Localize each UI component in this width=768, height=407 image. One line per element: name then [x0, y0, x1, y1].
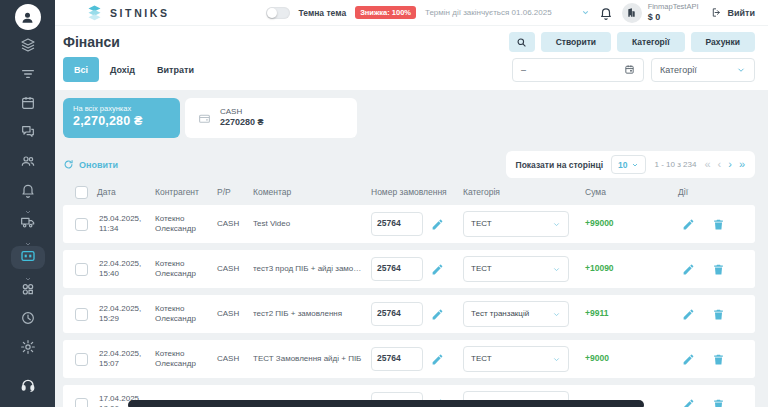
sidebar-item-integrations[interactable]: [11, 281, 45, 301]
edit-row-button[interactable]: [682, 398, 695, 407]
sidebar-item-calendar[interactable]: [11, 95, 45, 115]
create-button[interactable]: Створити: [541, 32, 611, 52]
row-account: CASH: [217, 309, 253, 319]
pencil-icon: [431, 218, 444, 231]
pencil-icon: [682, 308, 695, 321]
sitniks-logo-icon: [86, 4, 103, 21]
pagination-last-icon[interactable]: »: [739, 159, 745, 170]
chevron-down-icon: [552, 220, 561, 229]
page-title: Фінанси: [63, 34, 120, 50]
category-select[interactable]: ТЕСТ: [463, 346, 569, 372]
edit-row-button[interactable]: [682, 353, 695, 366]
row-date: 25.04.2025,11:34: [97, 214, 155, 235]
delete-row-button[interactable]: [712, 308, 725, 321]
accounts-button[interactable]: Рахунки: [691, 32, 755, 52]
filter-lines-icon: [20, 66, 36, 86]
chevron-down-icon: [552, 355, 561, 364]
trash-icon: [712, 353, 725, 366]
logout-label: Вийти: [727, 8, 755, 18]
pagination-first-icon[interactable]: «: [704, 159, 710, 170]
sidebar-item-profile[interactable]: [11, 6, 45, 28]
row-checkbox[interactable]: [75, 398, 88, 407]
order-number-input[interactable]: 25764: [371, 257, 423, 281]
pencil-icon: [431, 308, 444, 321]
date-range-input[interactable]: –: [512, 58, 644, 82]
order-number-input[interactable]: 25764: [371, 347, 423, 371]
total-balance-card[interactable]: На всіх рахунках 2,270,280 ₴: [63, 98, 180, 138]
sidebar-item-notifications[interactable]: [11, 182, 45, 202]
edit-order-button[interactable]: [431, 218, 444, 231]
bell-icon: [20, 182, 36, 202]
category-select[interactable]: Тест транзакцій: [463, 301, 569, 327]
category-select[interactable]: ТЕСТ: [463, 256, 569, 282]
row-checkbox[interactable]: [75, 308, 88, 321]
cash-account-card[interactable]: CASH 2270280 ₴: [185, 98, 357, 138]
cash-account-name: CASH: [220, 107, 264, 117]
delete-row-button[interactable]: [712, 398, 725, 407]
tab-expenses[interactable]: Витрати: [146, 57, 205, 82]
row-sum: +9000: [585, 353, 678, 364]
dark-theme-toggle[interactable]: [266, 7, 290, 19]
categories-button[interactable]: Категорії: [617, 32, 684, 52]
chevron-down-icon: [24, 202, 32, 210]
row-checkbox[interactable]: [75, 218, 88, 231]
total-balance-label: На всіх рахунках: [73, 104, 170, 113]
refresh-button[interactable]: Оновити: [63, 159, 118, 170]
col-header-counterparty: Контрагент: [155, 187, 217, 197]
col-header-category: Категорія: [463, 187, 585, 197]
sidebar-item-finance[interactable]: [11, 246, 45, 269]
category-filter-select[interactable]: Категорії: [651, 58, 755, 82]
order-number-input[interactable]: 25764: [371, 212, 423, 236]
pencil-icon: [431, 353, 444, 366]
table-header: Дата Контрагент Р/Р Коментар Номер замов…: [63, 179, 755, 205]
delete-row-button[interactable]: [712, 218, 725, 231]
ukraine-flag-icon: [561, 7, 578, 18]
sidebar-item-clients[interactable]: [11, 153, 45, 173]
edit-order-button[interactable]: [431, 308, 444, 321]
edit-row-button[interactable]: [682, 218, 695, 231]
tab-all[interactable]: Всі: [63, 57, 99, 82]
trash-icon: [712, 398, 725, 407]
sidebar-item-products[interactable]: [11, 37, 45, 57]
edit-row-button[interactable]: [682, 263, 695, 276]
edit-order-button[interactable]: [431, 263, 444, 276]
discount-badge: Знижка: 100%: [355, 6, 416, 19]
category-value: ТЕСТ: [471, 264, 492, 274]
row-account: CASH: [217, 354, 253, 364]
notifications-bell-button[interactable]: [599, 6, 613, 20]
edit-order-button[interactable]: [431, 353, 444, 366]
date-range-value: –: [521, 65, 526, 75]
tab-income[interactable]: Дохід: [99, 57, 146, 82]
edit-row-button[interactable]: [682, 308, 695, 321]
row-comment: ТЕСТ Замовлення айді + ПІБ: [253, 354, 371, 364]
account-menu[interactable]: FinmapTestAPI $ 0: [622, 3, 699, 23]
row-counterparty: Котекно Олександр: [155, 259, 217, 280]
sidebar-item-history[interactable]: [11, 310, 45, 330]
sidebar-item-delivery[interactable]: [11, 214, 45, 234]
table-row: 22.04.2025,15:07 Котекно Олександр CASH …: [63, 340, 755, 378]
category-select[interactable]: ТЕСТ: [463, 211, 569, 237]
sidebar-item-filters[interactable]: [11, 66, 45, 86]
language-selector[interactable]: [561, 7, 590, 18]
pagination-next-icon[interactable]: ›: [728, 159, 732, 170]
pagination-prev-icon[interactable]: ‹: [718, 159, 722, 170]
license-expiry-text: Термін дії закінчується 01.06.2025: [425, 8, 552, 17]
row-checkbox[interactable]: [75, 353, 88, 366]
cash-register-icon: [20, 248, 36, 268]
search-button[interactable]: [509, 32, 535, 52]
sidebar-item-settings[interactable]: [11, 339, 45, 359]
order-number-input[interactable]: 25764: [371, 302, 423, 326]
delete-row-button[interactable]: [712, 263, 725, 276]
sidebar-item-support[interactable]: [11, 377, 45, 397]
table-body: 25.04.2025,11:34 Котекно Олександр CASH …: [63, 205, 755, 407]
category-filter-value: Категорії: [660, 65, 697, 75]
delete-row-button[interactable]: [712, 353, 725, 366]
row-comment: тест3 прод ПІБ + айді замовлення: [253, 264, 371, 274]
select-all-checkbox[interactable]: [75, 186, 88, 199]
per-page-select[interactable]: 10: [611, 155, 646, 174]
sidebar-item-chats[interactable]: [11, 124, 45, 144]
total-balance-value: 2,270,280 ₴: [73, 114, 170, 128]
row-checkbox[interactable]: [75, 263, 88, 276]
col-header-date: Дата: [97, 187, 155, 197]
logout-button[interactable]: Вийти: [711, 7, 755, 18]
